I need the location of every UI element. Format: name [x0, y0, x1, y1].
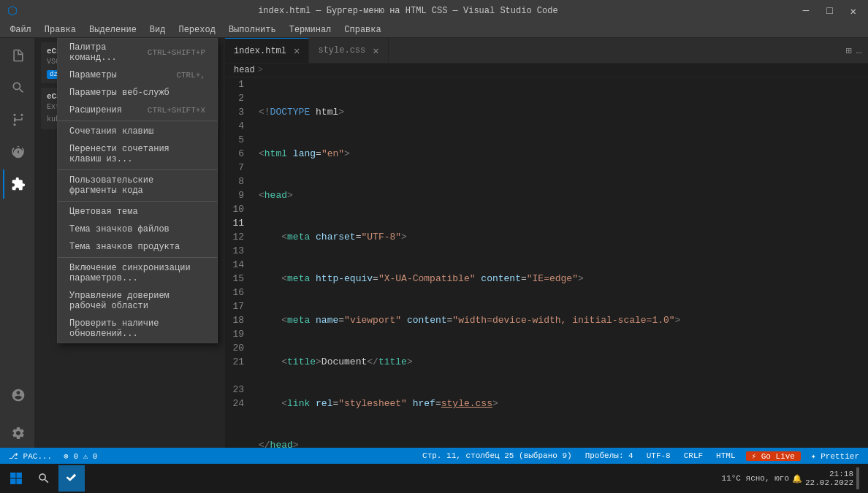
context-menu-keybindings[interactable]: Сочетания клавиш	[58, 123, 217, 140]
line-num-22	[231, 369, 244, 383]
context-menu-migrate-keybindings[interactable]: Перенести сочетания клавиш из...	[58, 140, 217, 168]
tab-style-css[interactable]: style.css ✕	[309, 38, 388, 63]
tab-label-index: index.html	[234, 46, 286, 56]
context-menu-sync[interactable]: Включение синхронизации параметров...	[58, 259, 217, 287]
context-menu-check-updates[interactable]: Проверить наличие обновлений...	[58, 315, 217, 343]
taskbar-clock: 21:18 22.02.2022	[805, 470, 853, 487]
breadcrumb: head >	[225, 64, 868, 77]
activity-accounts[interactable]	[3, 381, 32, 410]
code-line-5: <meta http-equiv="X-UA-Compatible" conte…	[256, 272, 868, 286]
line-num-16: 16	[231, 286, 244, 299]
line-num-19: 19	[231, 327, 244, 341]
status-golive[interactable]: ⚡ Go Live	[746, 451, 801, 461]
sidebar: eCSSractor f... 252ms VSCode plugin for …	[35, 38, 225, 448]
taskbar-weather: 11°C ясно, юго	[722, 474, 789, 483]
menu-go[interactable]: Переход	[172, 23, 221, 37]
taskbar: 11°C ясно, юго 🔔 21:18 22.02.2022	[0, 464, 868, 493]
code-line-6: <meta name="viewport" content="width=dev…	[256, 313, 868, 327]
taskbar-systray: 🔔	[792, 474, 802, 484]
tab-close-style[interactable]: ✕	[373, 45, 378, 57]
taskbar-vscode[interactable]	[58, 465, 85, 492]
taskbar-start-button[interactable]	[3, 465, 29, 492]
code-line-9: </head>	[256, 438, 868, 448]
line-numbers: 1 2 3 4 5 6 7 8 9 10 11 12 13 14 15 16 1…	[225, 77, 256, 448]
status-branch[interactable]: ⎇ PAC...	[6, 451, 55, 461]
code-line-1: <!DOCTYPE html>	[256, 105, 868, 119]
close-button[interactable]: ✕	[846, 5, 861, 18]
status-language[interactable]: HTML	[713, 451, 738, 460]
menu-run[interactable]: Выполнить	[223, 23, 282, 37]
line-num-12: 12	[231, 230, 244, 244]
minimize-button[interactable]: ─	[799, 5, 813, 17]
line-num-20: 20	[231, 341, 244, 355]
context-menu-product-icon-theme[interactable]: Тема значков продукта	[58, 238, 217, 256]
line-num-3: 3	[231, 105, 244, 119]
title-bar: ⬡ index.html — Бургер-меню на HTML CSS —…	[0, 0, 868, 22]
tab-index-html[interactable]: index.html ✕	[225, 38, 309, 63]
taskbar-search[interactable]	[31, 465, 57, 492]
more-actions-icon[interactable]: …	[856, 45, 862, 56]
tab-bar: index.html ✕ style.css ✕ ⊞ …	[225, 38, 868, 64]
line-num-8: 8	[231, 175, 244, 188]
tab-close-index[interactable]: ✕	[294, 45, 300, 57]
context-menu-settings[interactable]: Параметры CTRL+,	[58, 66, 217, 84]
line-num-1: 1	[231, 77, 244, 91]
line-num-9: 9	[231, 188, 244, 202]
context-menu-web-settings[interactable]: Параметры веб-служб	[58, 84, 217, 102]
status-spaces[interactable]: Пробелы: 4	[582, 451, 636, 460]
breadcrumb-head: head	[234, 65, 255, 75]
line-num-24: 24	[231, 397, 244, 410]
line-num-18: 18	[231, 313, 244, 327]
taskbar-show-desktop[interactable]	[856, 467, 859, 489]
status-bar-left: ⎇ PAC... ⊗ 0 ⚠ 0	[6, 451, 100, 461]
line-num-14: 14	[231, 258, 244, 272]
context-menu-extensions[interactable]: Расширения CTRL+SHIFT+X	[58, 102, 217, 119]
activity-extensions[interactable]	[3, 169, 32, 199]
status-bar: ⎇ PAC... ⊗ 0 ⚠ 0 Стр. 11, столбец 25 (вы…	[0, 448, 868, 464]
menu-terminal[interactable]: Терминал	[283, 23, 338, 37]
activity-settings[interactable]	[3, 419, 32, 448]
line-num-6: 6	[231, 147, 244, 161]
menu-file[interactable]: Файл	[4, 23, 37, 37]
tab-label-style: style.css	[318, 45, 365, 56]
maximize-button[interactable]: □	[822, 5, 837, 17]
separator-2	[58, 169, 217, 170]
status-encoding[interactable]: UTF-8	[644, 451, 674, 460]
code-line-8: <link rel="stylesheet" href=style.css>	[256, 397, 868, 410]
activity-files[interactable]	[3, 41, 32, 70]
breadcrumb-sep: >	[258, 65, 263, 75]
code-content[interactable]: <!DOCTYPE html> <html lang="en"> <head> …	[256, 77, 868, 448]
status-prettier[interactable]: ✦ Prettier	[808, 451, 862, 461]
title-bar-left: ⬡	[7, 4, 18, 18]
taskbar-right: 11°C ясно, юго 🔔 21:18 22.02.2022	[722, 467, 865, 489]
activity-search[interactable]	[3, 73, 32, 102]
activity-source-control[interactable]	[3, 105, 32, 134]
code-line-2: <html lang="en">	[256, 147, 868, 161]
status-line-ending[interactable]: CRLF	[681, 451, 706, 460]
menu-bar: Файл Правка Выделение Вид Переход Выполн…	[0, 22, 868, 38]
taskbar-time: 21:18	[805, 470, 853, 478]
line-num-23: 23	[231, 383, 244, 397]
context-menu-workspace-trust[interactable]: Управление доверием рабочей области	[58, 287, 217, 315]
code-line-3: <head>	[256, 188, 868, 202]
separator-1	[58, 121, 217, 121]
status-cursor[interactable]: Стр. 11, столбец 25 (выбрано 9)	[419, 451, 575, 460]
vscode-logo: ⬡	[7, 4, 18, 18]
menu-view[interactable]: Вид	[144, 23, 172, 37]
menu-selection[interactable]: Выделение	[83, 23, 142, 37]
menu-help[interactable]: Справка	[338, 23, 387, 37]
context-menu-color-theme[interactable]: Цветовая тема	[58, 203, 217, 221]
split-editor-icon[interactable]: ⊞	[845, 45, 851, 57]
menu-edit[interactable]: Правка	[39, 23, 82, 37]
code-editor[interactable]: 1 2 3 4 5 6 7 8 9 10 11 12 13 14 15 16 1…	[225, 77, 868, 448]
context-menu-snippets[interactable]: Пользовательские фрагменты кода	[58, 172, 217, 199]
activity-debug[interactable]	[3, 137, 32, 167]
context-menu-command-palette[interactable]: Палитра команд... CTRL+SHIFT+P	[58, 39, 217, 66]
line-num-13: 13	[231, 244, 244, 258]
separator-4	[58, 257, 217, 258]
separator-3	[58, 201, 217, 202]
line-num-15: 15	[231, 272, 244, 286]
status-errors[interactable]: ⊗ 0 ⚠ 0	[61, 451, 100, 461]
context-menu-file-icon-theme[interactable]: Тема значков файлов	[58, 221, 217, 238]
line-num-2: 2	[231, 91, 244, 105]
